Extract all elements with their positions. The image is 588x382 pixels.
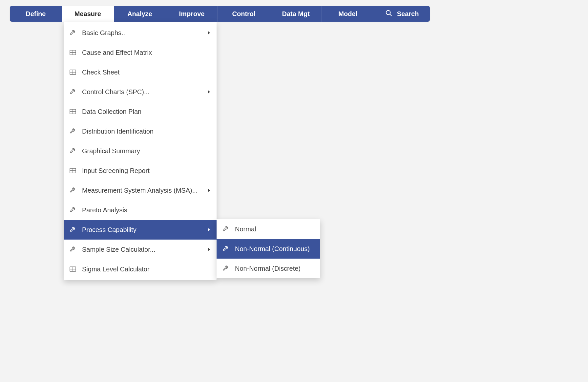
tab-label: Improve: [179, 10, 205, 18]
menu-item-label: Process Capability: [82, 226, 208, 234]
menu-item-label: Sample Size Calculator...: [82, 246, 208, 253]
measure-dropdown: Basic Graphs...Cause and Effect MatrixCh…: [64, 22, 217, 280]
wrench-icon: [68, 87, 77, 96]
wrench-icon: [68, 127, 77, 136]
table-icon: [68, 107, 77, 116]
menu-item-label: Cause and Effect Matrix: [82, 49, 210, 56]
menu-item-label: Data Collection Plan: [82, 108, 210, 116]
tab-search[interactable]: Search: [374, 6, 430, 22]
table-icon: [68, 265, 77, 274]
menu-item-label: Control Charts (SPC)...: [82, 88, 208, 96]
table-icon: [68, 68, 77, 77]
wrench-icon: [68, 28, 77, 37]
menu-item[interactable]: Sample Size Calculator...: [64, 240, 217, 259]
menu-item[interactable]: Input Screening Report: [64, 161, 217, 180]
wrench-icon: [68, 186, 77, 195]
menu-item[interactable]: Graphical Summary: [64, 141, 217, 161]
submenu-item-label: Non-Normal (Continuous): [235, 245, 314, 253]
menu-item[interactable]: Process Capability: [64, 220, 217, 240]
wrench-icon: [221, 224, 230, 234]
menu-item-label: Basic Graphs...: [82, 29, 208, 37]
search-label: Search: [397, 10, 419, 18]
tab-measure[interactable]: Measure: [62, 6, 114, 22]
tab-improve[interactable]: Improve: [166, 6, 218, 22]
chevron-right-icon: [208, 90, 210, 94]
submenu-item-label: Non-Normal (Discrete): [235, 265, 314, 272]
wrench-icon: [68, 225, 77, 234]
tab-label: Measure: [74, 10, 101, 18]
table-icon: [68, 48, 77, 57]
menu-item[interactable]: Measurement System Analysis (MSA)...: [64, 180, 217, 200]
menu-item-label: Graphical Summary: [82, 147, 210, 155]
tab-analyze[interactable]: Analyze: [114, 6, 166, 22]
menu-item-label: Pareto Analysis: [82, 206, 210, 214]
wrench-icon: [221, 264, 230, 273]
tab-define[interactable]: Define: [10, 6, 62, 22]
menu-item[interactable]: Sigma Level Calculator: [64, 259, 217, 279]
menu-item[interactable]: Basic Graphs...: [64, 23, 217, 43]
chevron-right-icon: [208, 228, 210, 232]
tab-data-mgt[interactable]: Data Mgt: [270, 6, 322, 22]
submenu-item-label: Normal: [235, 225, 314, 233]
submenu-item[interactable]: Non-Normal (Discrete): [217, 259, 320, 278]
menu-item-label: Measurement System Analysis (MSA)...: [82, 187, 208, 194]
chevron-right-icon: [208, 247, 210, 251]
navbar: Define Measure Analyze Improve Control D…: [10, 6, 430, 22]
table-icon: [68, 166, 77, 175]
tab-label: Define: [26, 10, 46, 18]
tab-control[interactable]: Control: [218, 6, 270, 22]
tab-label: Control: [232, 10, 256, 18]
menu-item-label: Input Screening Report: [82, 167, 210, 175]
menu-item[interactable]: Check Sheet: [64, 62, 217, 82]
tab-label: Analyze: [127, 10, 152, 18]
wrench-icon: [68, 245, 77, 254]
menu-item[interactable]: Distribution Identification: [64, 121, 217, 141]
tab-model[interactable]: Model: [322, 6, 374, 22]
menu-item[interactable]: Cause and Effect Matrix: [64, 43, 217, 62]
menu-item[interactable]: Pareto Analysis: [64, 200, 217, 220]
wrench-icon: [68, 146, 77, 156]
wrench-icon: [221, 244, 230, 253]
wrench-icon: [68, 205, 77, 215]
tab-label: Model: [338, 10, 357, 18]
menu-item[interactable]: Data Collection Plan: [64, 102, 217, 121]
menu-item-label: Distribution Identification: [82, 128, 210, 135]
chevron-right-icon: [208, 188, 210, 192]
submenu-item[interactable]: Non-Normal (Continuous): [217, 239, 320, 259]
menu-item-label: Sigma Level Calculator: [82, 265, 210, 273]
tab-label: Data Mgt: [282, 10, 309, 18]
chevron-right-icon: [208, 31, 210, 35]
submenu-item[interactable]: Normal: [217, 219, 320, 239]
process-capability-submenu: NormalNon-Normal (Continuous)Non-Normal …: [217, 219, 320, 278]
search-icon: [385, 10, 392, 18]
menu-item-label: Check Sheet: [82, 69, 210, 76]
menu-item[interactable]: Control Charts (SPC)...: [64, 82, 217, 102]
